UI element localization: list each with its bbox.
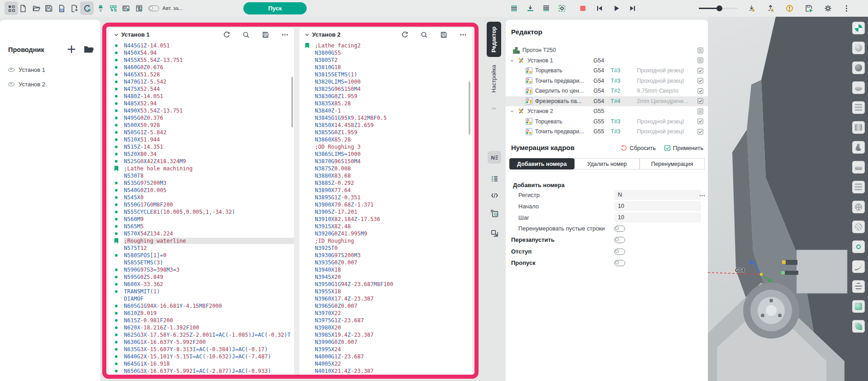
tree-row-setup[interactable]: Установ 1 G54 — [506, 56, 708, 66]
code-line[interactable]: N3900X79.68Z-1.371 — [299, 201, 472, 208]
code-line[interactable]: N555CYCLE81(10.005,0.005,1,-34.32) — [109, 208, 294, 216]
code-line[interactable]: N3990G0Z0.007 — [299, 339, 472, 346]
code-line[interactable]: ;ID Roughing — [299, 237, 472, 245]
open-folder-button[interactable] — [83, 44, 94, 55]
save-nc-button[interactable] — [440, 31, 447, 38]
play-button[interactable] — [609, 1, 623, 15]
step-back-button[interactable] — [593, 1, 606, 15]
stack-view-button[interactable] — [852, 101, 865, 114]
layout-button[interactable] — [488, 227, 501, 240]
machines-button[interactable] — [106, 1, 120, 15]
code-line[interactable]: N630G1X-16.637Y-5.992F200 — [109, 339, 294, 346]
view-orient-view-button[interactable] — [852, 22, 865, 34]
code-line[interactable]: N470G1Z-5.542 — [109, 78, 294, 85]
tree-chevron-icon[interactable] — [509, 108, 515, 114]
surface-b-view-button[interactable] — [852, 320, 865, 333]
visibility-eye-icon[interactable] — [8, 82, 14, 86]
code-line[interactable]: N3955X18 — [299, 288, 472, 295]
add-program-button[interactable] — [66, 44, 77, 55]
code-line[interactable]: N505G1Z-5.842 — [109, 129, 294, 136]
splitter-grip[interactable] — [492, 108, 496, 109]
code-line[interactable]: N610Z0.019 — [109, 310, 294, 317]
plate-view-button[interactable] — [852, 161, 865, 174]
point-view-button[interactable] — [852, 240, 865, 253]
code-line[interactable]: N620X-18.216Z-1.392F100 — [109, 324, 294, 331]
code-line[interactable]: ;OD Roughing 3 — [299, 143, 472, 151]
code-line[interactable]: N3835X85.28 — [299, 100, 472, 107]
code-line[interactable]: ;Lathe facing2 — [299, 42, 472, 49]
code-line[interactable]: N565M5 — [109, 223, 294, 230]
code-line[interactable]: N3920G0Z41.995M9 — [299, 230, 472, 237]
tree-row-op[interactable]: GФрезеровать па... G54 T#4 2mm Цилиндрич… — [506, 96, 708, 107]
export-program-button[interactable] — [67, 1, 81, 15]
bookmark-icon[interactable] — [305, 43, 309, 48]
gcode-editor-setup1[interactable]: Установ 1 N445G1Z-14.051N450X54.94N455X5… — [109, 28, 294, 376]
tree-row-op[interactable]: GТорцевать G54 T#3 Проходной резецI — [506, 66, 708, 76]
upload-issues-button[interactable]: ! — [764, 1, 777, 15]
selection-settings-button[interactable] — [555, 1, 569, 15]
collapse-chevron-icon[interactable] — [113, 32, 119, 38]
stop-button[interactable] — [576, 1, 589, 15]
tool-view-button[interactable] — [852, 141, 865, 154]
code-line[interactable]: N3875Z0.008 — [299, 165, 472, 172]
more-menu-button[interactable] — [840, 1, 853, 15]
search-button[interactable] — [421, 31, 428, 38]
code-line[interactable]: N460G0Z0.676 — [109, 64, 294, 71]
code-line[interactable]: N575T12 — [109, 245, 294, 252]
save-nc-button[interactable] — [262, 31, 269, 38]
nc-text-icon[interactable] — [693, 108, 708, 115]
code-line[interactable]: N3870G96S150M4 — [299, 158, 472, 165]
regenerate-button[interactable] — [401, 31, 408, 38]
tree-row-op[interactable]: GТочить предвари... G54 T#3 Проходной ре… — [506, 76, 708, 86]
toggle-switch[interactable] — [614, 249, 625, 255]
tree-row-setup[interactable]: Установ 2 G55 — [506, 106, 708, 117]
code-line[interactable]: N600X-33.362 — [109, 281, 294, 288]
code-line[interactable]: N3915X82.48 — [299, 223, 472, 230]
code-line[interactable]: N3885Z-0.292 — [299, 179, 472, 187]
code-line[interactable]: N655G2X-16.808Y-0.258I=AC(-10.826)J=AC(-… — [109, 375, 294, 376]
code-line[interactable]: N645G1X-16.918 — [109, 360, 294, 367]
slider-knob[interactable] — [716, 5, 722, 11]
code-line[interactable]: N595G0Z5.849 — [109, 273, 294, 281]
cylinder-view-button[interactable] — [852, 121, 865, 134]
gcode-window-button[interactable]: G — [488, 207, 501, 220]
code-line[interactable]: N585SETMS(3) — [109, 259, 294, 266]
code-line[interactable]: N500X50.928 — [109, 122, 294, 129]
save-and-run-button[interactable] — [802, 1, 816, 15]
code-line[interactable]: N3995X24 — [299, 346, 472, 353]
probe-cycles-button[interactable] — [80, 1, 94, 15]
code-line[interactable]: N3800G55 — [299, 49, 472, 56]
code-line[interactable]: N590G97S3=398M3=3 — [109, 266, 294, 273]
reset-button[interactable]: Сбросить — [621, 145, 656, 151]
code-line[interactable]: TRANSMIT(1) — [109, 288, 294, 295]
code-line[interactable]: N3985X19.4Z-23.387 — [299, 331, 472, 339]
code-line[interactable]: N570X54Z134.224 — [109, 230, 294, 237]
code-line[interactable]: N530T8 — [109, 172, 294, 179]
editor1-scrollbar[interactable] — [291, 77, 293, 127]
save-file-button[interactable] — [42, 1, 55, 15]
code-line[interactable]: N3830G0Z1.959 — [299, 93, 472, 100]
start-input[interactable]: 10 — [614, 201, 701, 211]
tree-row-machine[interactable]: Протон Т250 — [506, 45, 708, 56]
register-input[interactable]: N — [614, 190, 701, 200]
editor2-scrollbar[interactable] — [469, 81, 470, 135]
visibility-eye-icon[interactable] — [8, 68, 14, 72]
code-line[interactable]: N525G0X42Z418.324M9 — [109, 158, 294, 165]
open-file-button[interactable] — [29, 1, 43, 15]
warnings-button[interactable] — [783, 1, 796, 15]
code-line[interactable]: N445G1Z-14.051 — [109, 42, 294, 49]
code-line[interactable]: N640G2X-15.101Y-5.15I=AC(-10.632)J=AC(-7… — [109, 353, 294, 360]
tab-settings[interactable]: Настройка — [487, 58, 501, 99]
code-line[interactable]: N3820LIMS=1000 — [299, 78, 472, 85]
code-line[interactable]: N635G3X-15.607Y-8.313I=AC(-0.384)J=AC(-0… — [109, 346, 294, 353]
code-lines[interactable]: N445G1Z-14.051N450X54.94N455X55.54Z-13.7… — [109, 42, 294, 376]
wave-view-button[interactable] — [852, 280, 865, 293]
code-line[interactable]: N480Z-14.051 — [109, 93, 294, 100]
code-line[interactable]: N3805T2 — [299, 56, 472, 64]
nc-program-file-button[interactable]: N1 — [55, 1, 68, 15]
dark-sphere-view-button[interactable] — [852, 61, 865, 74]
code-line[interactable]: N3905Z-17.201 — [299, 208, 472, 216]
code-line[interactable]: N4000G1Z-23.687 — [299, 353, 472, 360]
step-forward-button[interactable] — [626, 1, 639, 15]
bookmark-icon[interactable] — [114, 238, 119, 244]
